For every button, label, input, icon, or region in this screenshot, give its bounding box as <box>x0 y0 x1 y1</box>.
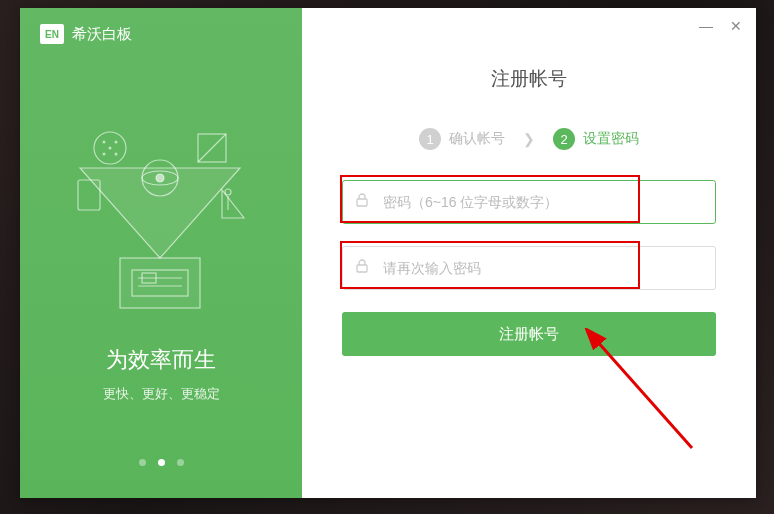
step-2: 2 设置密码 <box>553 128 639 150</box>
lock-icon <box>354 258 370 278</box>
carousel-dot-3[interactable] <box>177 459 184 466</box>
svg-point-12 <box>103 153 106 156</box>
left-panel: EN 希沃白板 <box>20 8 302 498</box>
register-form: 注册帐号 1 确认帐号 ❯ 2 设置密码 <box>302 8 756 356</box>
window-controls: — ✕ <box>698 18 744 34</box>
illustration <box>60 118 260 318</box>
form-title: 注册帐号 <box>342 66 716 92</box>
carousel-dot-2[interactable] <box>158 459 165 466</box>
minimize-button[interactable]: — <box>698 18 714 34</box>
carousel-dots <box>20 459 302 466</box>
step-indicator: 1 确认帐号 ❯ 2 设置密码 <box>342 128 716 150</box>
svg-line-6 <box>198 134 226 162</box>
tagline-subtitle: 更快、更好、更稳定 <box>20 385 302 403</box>
svg-rect-20 <box>357 199 367 206</box>
step-2-number: 2 <box>553 128 575 150</box>
step-1: 1 确认帐号 <box>419 128 505 150</box>
svg-point-13 <box>115 153 118 156</box>
tagline: 为效率而生 更快、更好、更稳定 <box>20 345 302 403</box>
tagline-title: 为效率而生 <box>20 345 302 375</box>
close-button[interactable]: ✕ <box>728 18 744 34</box>
step-1-label: 确认帐号 <box>449 130 505 148</box>
confirm-password-field-wrap <box>342 246 716 290</box>
register-window: EN 希沃白板 <box>20 8 756 498</box>
logo-area: EN 希沃白板 <box>40 24 132 44</box>
logo-icon: EN <box>40 24 64 44</box>
svg-point-4 <box>156 174 164 182</box>
svg-rect-21 <box>357 265 367 272</box>
app-name: 希沃白板 <box>72 25 132 44</box>
password-input[interactable] <box>342 180 716 224</box>
confirm-password-input[interactable] <box>342 246 716 290</box>
svg-point-10 <box>103 141 106 144</box>
carousel-dot-1[interactable] <box>139 459 146 466</box>
right-panel: — ✕ 注册帐号 1 确认帐号 ❯ 2 设置密码 <box>302 8 756 498</box>
step-2-label: 设置密码 <box>583 130 639 148</box>
register-button[interactable]: 注册帐号 <box>342 312 716 356</box>
chevron-right-icon: ❯ <box>523 131 535 147</box>
svg-point-11 <box>115 141 118 144</box>
step-1-number: 1 <box>419 128 441 150</box>
svg-point-9 <box>225 189 231 195</box>
password-field-wrap <box>342 180 716 224</box>
svg-point-14 <box>109 147 112 150</box>
svg-line-22 <box>596 340 692 448</box>
lock-icon <box>354 192 370 212</box>
